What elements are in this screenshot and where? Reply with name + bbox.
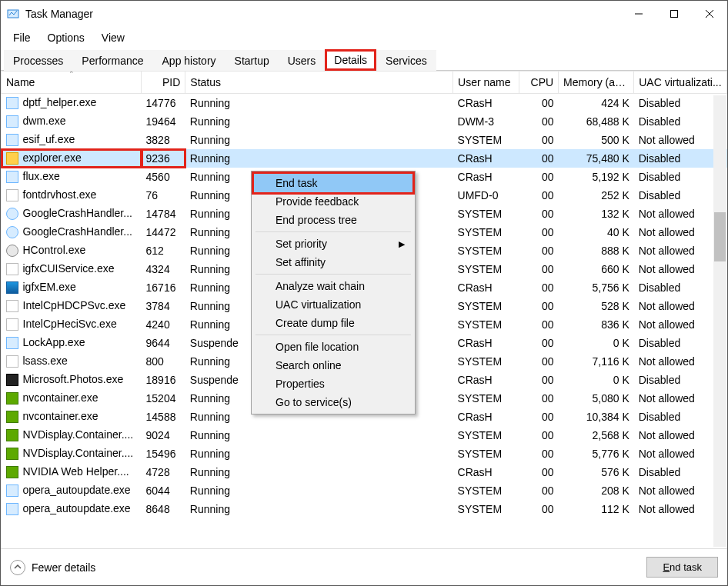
table-row[interactable]: dwm.exe19464RunningDWM-30068,488 KDisabl…	[2, 112, 727, 131]
context-menu: End taskProvide feedbackEnd process tree…	[251, 171, 416, 415]
context-menu-item-end-process-tree[interactable]: End process tree	[254, 211, 412, 229]
cell-pid: 4324	[142, 260, 185, 278]
vertical-scrollbar[interactable]	[713, 95, 726, 547]
context-menu-item-uac-virtualization[interactable]: UAC virtualization	[254, 295, 412, 314]
cell-mem: 0 K	[559, 334, 634, 352]
menu-options[interactable]: Options	[40, 29, 92, 46]
context-menu-separator	[255, 335, 411, 335]
cell-mem: 5,776 K	[559, 444, 634, 463]
cell-pid: 4728	[142, 463, 185, 481]
cell-user: SYSTEM	[453, 481, 519, 500]
context-menu-item-analyze-wait-chain[interactable]: Analyze wait chain	[254, 277, 412, 295]
tab-details[interactable]: Details	[325, 49, 376, 71]
table-row[interactable]: opera_autoupdate.exe8648RunningSYSTEM001…	[2, 500, 727, 518]
col-mem[interactable]: Memory (ac...	[559, 72, 634, 94]
tab-performance[interactable]: Performance	[72, 50, 152, 71]
cell-pid: 3828	[142, 131, 185, 149]
tab-startup[interactable]: Startup	[225, 50, 279, 71]
context-menu-item-search-online[interactable]: Search online	[254, 356, 412, 375]
cell-user: CRasH	[453, 408, 519, 426]
context-menu-item-end-task[interactable]: End task	[254, 174, 412, 192]
context-menu-item-properties[interactable]: Properties	[254, 375, 412, 393]
context-menu-item-go-to-service-s-[interactable]: Go to service(s)	[254, 393, 412, 411]
col-uac[interactable]: UAC virtualizati...	[634, 72, 727, 94]
cell-pid: 19464	[142, 112, 185, 131]
cell-user: CRasH	[453, 278, 519, 297]
col-pid[interactable]: PID	[142, 72, 185, 94]
table-row[interactable]: dptf_helper.exe14776RunningCRasH00424 KD…	[2, 94, 727, 112]
context-menu-item-provide-feedback[interactable]: Provide feedback	[254, 192, 412, 211]
context-menu-separator	[255, 231, 411, 232]
cell-mem: 40 K	[559, 223, 634, 241]
table-row[interactable]: opera_autoupdate.exe6044RunningSYSTEM002…	[2, 481, 727, 500]
cell-pid: 8648	[142, 500, 185, 518]
cell-name: lsass.exe	[2, 352, 142, 371]
cell-cpu: 00	[519, 149, 558, 168]
context-menu-item-create-dump-file[interactable]: Create dump file	[254, 314, 412, 332]
cell-mem: 112 K	[559, 500, 634, 518]
cell-user: SYSTEM	[453, 500, 519, 518]
cell-status: Running	[185, 463, 453, 481]
cell-name: GoogleCrashHandler...	[2, 205, 142, 223]
cell-name: LockApp.exe	[2, 334, 142, 352]
context-menu-item-open-file-location[interactable]: Open file location	[254, 338, 412, 356]
cell-pid: 4560	[142, 168, 185, 186]
tab-users[interactable]: Users	[279, 50, 326, 71]
process-name: NVIDIA Web Helper....	[23, 465, 129, 478]
cell-cpu: 00	[519, 168, 558, 186]
cell-mem: 68,488 K	[559, 112, 634, 131]
table-row[interactable]: NVDisplay.Container....15496RunningSYSTE…	[2, 444, 727, 463]
tab-services[interactable]: Services	[376, 50, 436, 71]
context-menu-item-set-affinity[interactable]: Set affinity	[254, 253, 412, 271]
cell-cpu: 00	[519, 186, 558, 205]
process-icon	[6, 281, 18, 294]
table-row[interactable]: NVDisplay.Container....9024RunningSYSTEM…	[2, 426, 727, 444]
col-cpu[interactable]: CPU	[519, 72, 558, 94]
scrollbar-thumb[interactable]	[714, 212, 726, 261]
cell-user: SYSTEM	[453, 297, 519, 315]
cell-user: SYSTEM	[453, 352, 519, 371]
process-name: Microsoft.Photos.exe	[23, 373, 124, 385]
col-user[interactable]: User name	[453, 72, 519, 94]
col-name-label: Name	[6, 76, 35, 88]
cell-cpu: 00	[519, 315, 558, 334]
menu-view[interactable]: View	[94, 29, 132, 46]
cell-mem: 208 K	[559, 481, 634, 500]
menu-file[interactable]: File	[5, 29, 38, 46]
process-icon	[6, 337, 18, 349]
minimize-button[interactable]	[621, 1, 656, 27]
cell-cpu: 00	[519, 297, 558, 315]
process-name: GoogleCrashHandler...	[23, 207, 132, 219]
cell-name: NVIDIA Web Helper....	[2, 463, 142, 481]
cell-user: SYSTEM	[453, 444, 519, 463]
process-name: igfxCUIService.exe	[23, 262, 115, 275]
cell-name: IntelCpHeciSvc.exe	[2, 315, 142, 334]
context-menu-separator	[255, 274, 411, 275]
cell-mem: 7,116 K	[559, 352, 634, 371]
table-row[interactable]: NVIDIA Web Helper....4728RunningCRasH005…	[2, 463, 727, 481]
col-status[interactable]: Status	[185, 72, 453, 94]
maximize-button[interactable]	[656, 1, 692, 27]
table-row[interactable]: explorer.exe9236RunningCRasH0075,480 KDi…	[2, 149, 727, 168]
fewer-details-toggle[interactable]: Fewer details	[10, 560, 95, 575]
tab-processes[interactable]: Processes	[4, 50, 72, 71]
cell-name: opera_autoupdate.exe	[2, 481, 142, 500]
process-icon	[6, 245, 18, 257]
table-row[interactable]: esif_uf.exe3828RunningSYSTEM00500 KNot a…	[2, 131, 727, 149]
col-name[interactable]: ⌃Name	[2, 72, 142, 94]
context-menu-item-set-priority[interactable]: Set priority▶	[254, 235, 412, 253]
cell-name: igfxCUIService.exe	[2, 260, 142, 278]
cell-cpu: 00	[519, 371, 558, 389]
cell-pid: 15204	[142, 389, 185, 408]
process-name: flux.exe	[23, 170, 60, 182]
cell-pid: 14784	[142, 205, 185, 223]
cell-name: Microsoft.Photos.exe	[2, 371, 142, 389]
end-task-button[interactable]: End task	[646, 557, 718, 578]
cell-user: SYSTEM	[453, 131, 519, 149]
close-button[interactable]	[692, 1, 727, 27]
process-name: dptf_helper.exe	[23, 96, 97, 108]
tab-app-history[interactable]: App history	[153, 50, 225, 71]
cell-cpu: 00	[519, 481, 558, 500]
cell-name: IntelCpHDCPSvc.exe	[2, 297, 142, 315]
cell-name: nvcontainer.exe	[2, 389, 142, 408]
